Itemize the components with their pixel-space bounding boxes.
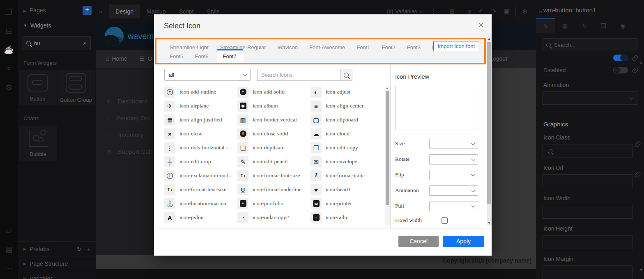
icon-option-icon-edit-pencil[interactable]: ✎icon-edit-pencil	[237, 155, 310, 169]
bind-property-icon[interactable]	[634, 171, 641, 178]
tab-design[interactable]: Design	[109, 5, 140, 18]
scroll-up-icon[interactable]: ▲	[386, 87, 389, 89]
icon-option-icon-edit-crop[interactable]: ┼icon-edit-crop	[164, 155, 237, 169]
redo-icon[interactable]: ↷	[491, 8, 497, 15]
icon-option-icon-radio[interactable]: ◦icon-radio	[310, 210, 384, 224]
bind-property-icon[interactable]	[632, 67, 639, 74]
icon-option-icon-border-vertical[interactable]: ▥icon-border-vertical	[237, 113, 310, 127]
layout-icon[interactable]: ⊞	[449, 8, 455, 15]
widget-tile-button[interactable]: Button	[19, 70, 57, 105]
font-tab-font5[interactable]: Font5	[170, 50, 183, 63]
icon-option-icon-cloud[interactable]: ☁icon-cloud	[310, 127, 384, 141]
pull-select[interactable]	[429, 201, 478, 211]
scroll-down-icon[interactable]: ▼	[639, 268, 643, 272]
kebab-menu-icon[interactable]: ⋮	[430, 8, 437, 15]
apply-button[interactable]: Apply	[443, 236, 484, 247]
icon-option-icon-clipboard[interactable]: ▢icon-clipboard	[310, 113, 384, 127]
icon-height-input[interactable]	[543, 235, 632, 249]
widget-tile-bubble[interactable]: Bubble	[19, 126, 57, 161]
sidebar-item-pages[interactable]: ▶Pages	[23, 7, 46, 14]
icon-option-icon-dots-horizontal-t[interactable]: ⋮icon-dots-horizontal-t...	[164, 141, 237, 155]
icon-width-input[interactable]	[543, 205, 632, 219]
icon-search-button[interactable]	[340, 69, 352, 81]
expand-panel-icon[interactable]: »	[539, 8, 542, 15]
zoom-icon[interactable]: ⊕	[522, 8, 527, 15]
font-tab-font2[interactable]: Font2	[382, 42, 395, 53]
scrollbar-thumb[interactable]	[487, 42, 491, 204]
icon-option-icon-align-justified[interactable]: ≣icon-align-justified	[164, 113, 237, 127]
sidebar-item-prefabs[interactable]: ▶Prefabs↻+	[18, 241, 96, 256]
font-tab-font3[interactable]: Font3	[407, 42, 421, 53]
icon-option-icon-radarcopy2[interactable]: ◔icon-radarcopy2	[237, 210, 310, 224]
icon-option-icon-close[interactable]: ×icon-close	[164, 127, 237, 141]
icon-option-icon-airplane[interactable]: ✈icon-airplane	[164, 99, 237, 113]
icon-option-icon-format-text-size[interactable]: Tᴛicon-format-text-size	[164, 183, 237, 197]
icon-option-icon-format-font-size[interactable]: Tᴛicon-format-font-size	[237, 169, 310, 183]
sidebar-item-widgets[interactable]: ▼Widgets	[23, 22, 92, 29]
widget-tile-button-group[interactable]: Button Group	[58, 70, 95, 105]
properties-tab-icon[interactable]: ✎	[536, 18, 555, 33]
collapse-panel-icon[interactable]: «	[99, 8, 102, 15]
scrollbar-thumb[interactable]	[386, 91, 389, 205]
size-select[interactable]	[429, 139, 478, 149]
icon-url-input[interactable]	[543, 174, 632, 188]
clear-search-icon[interactable]: ✕	[83, 40, 87, 46]
toggle-on-partial[interactable]	[613, 55, 628, 61]
icon-option-icon-duplicate[interactable]: ❏icon-duplicate	[237, 141, 310, 155]
icon-list-scrollbar[interactable]: ▲	[385, 86, 390, 225]
icon-option-icon-pylon[interactable]: Aicon-pylon	[164, 210, 237, 224]
flip-select[interactable]	[429, 170, 478, 180]
devices-tab-icon[interactable]: ❒	[594, 18, 613, 33]
icon-option-icon-align-center[interactable]: ≡icon-align-center	[310, 99, 384, 113]
icon-search-input[interactable]: Search Icons	[257, 69, 340, 81]
icon-option-icon-album[interactable]: ◉icon-album	[237, 99, 310, 113]
icon-class-input[interactable]	[543, 144, 632, 158]
refresh-prefabs-icon[interactable]: ↻	[77, 246, 82, 252]
add-page-button[interactable]: +	[83, 6, 92, 15]
dialog-scrollbar[interactable]: ▲ ▼	[487, 36, 492, 226]
properties-search-input[interactable]: Search...	[543, 38, 637, 51]
rotate-select[interactable]	[429, 154, 478, 165]
icon-option-icon-portfolio[interactable]: +icon-portfolio	[237, 197, 310, 210]
icon-option-icon-format-italic[interactable]: Iicon-format-italic	[310, 169, 384, 183]
cancel-button[interactable]: Cancel	[398, 236, 439, 247]
icon-option-icon-edit-copy[interactable]: ❐icon-edit-copy	[310, 141, 384, 155]
font-tab-wavicon[interactable]: Wavicon	[278, 42, 298, 53]
animation-select[interactable]	[543, 91, 637, 105]
animation-select[interactable]	[429, 185, 478, 196]
scroll-up-icon[interactable]: ▲	[639, 61, 643, 64]
icon-option-icon-heart1[interactable]: ♥icon-heart1	[310, 183, 384, 197]
font-tab-font-awesome[interactable]: Font-Awesome	[309, 42, 345, 53]
scroll-up-icon[interactable]: ▲	[488, 37, 491, 41]
font-tab-font6[interactable]: Font6	[195, 50, 208, 63]
logs-icon[interactable]: ▤	[0, 240, 18, 258]
preview-icon[interactable]: ⌀	[467, 8, 471, 15]
sidebar-item-variables[interactable]: ▶Variables	[18, 271, 96, 279]
styles-tab-icon[interactable]: ◍	[555, 18, 575, 33]
icon-option-icon-exclamation-outl[interactable]: !icon-exclamation-outl...	[164, 169, 237, 183]
icon-option-icon-add-outline[interactable]: +icon-add-outline	[164, 85, 237, 99]
java-services-icon[interactable]: ☕	[0, 40, 18, 59]
hints-tab-icon[interactable]: ◉	[613, 18, 632, 33]
icon-option-icon-adjust[interactable]: ◐icon-adjust	[310, 85, 384, 99]
icon-option-icon-envelope[interactable]: ✉icon-envelope	[310, 155, 384, 169]
close-icon[interactable]: ✕	[478, 21, 484, 29]
icon-margin-input[interactable]	[543, 265, 632, 279]
fixed-width-checkbox[interactable]	[442, 217, 448, 224]
category-select[interactable]: all	[164, 69, 251, 81]
more-icon[interactable]: ⋯	[0, 258, 18, 277]
pages-icon[interactable]: ❐	[0, 2, 18, 21]
widget-search-input[interactable]: bu ✕	[23, 36, 91, 50]
scroll-down-icon[interactable]: ▼	[488, 221, 491, 225]
font-tab-font1[interactable]: Font1	[356, 42, 370, 53]
variables-menu[interactable]: (x) Variables	[387, 8, 422, 14]
icon-option-icon-printer[interactable]: ▭icon-printer	[310, 197, 384, 210]
events-tab-icon[interactable]: ↻	[575, 18, 594, 33]
bind-property-icon[interactable]	[632, 55, 639, 62]
file-explorer-icon[interactable]: ▱	[0, 221, 18, 240]
icon-option-icon-add-solid[interactable]: +icon-add-solid	[237, 85, 310, 99]
icon-option-icon-close-solid[interactable]: ×icon-close-solid	[237, 127, 310, 141]
icon-option-icon-location-marina[interactable]: ⚓icon-location-marina	[164, 197, 237, 210]
save-icon[interactable]: ▣	[504, 8, 509, 15]
database-icon[interactable]: ⊟	[0, 21, 18, 40]
